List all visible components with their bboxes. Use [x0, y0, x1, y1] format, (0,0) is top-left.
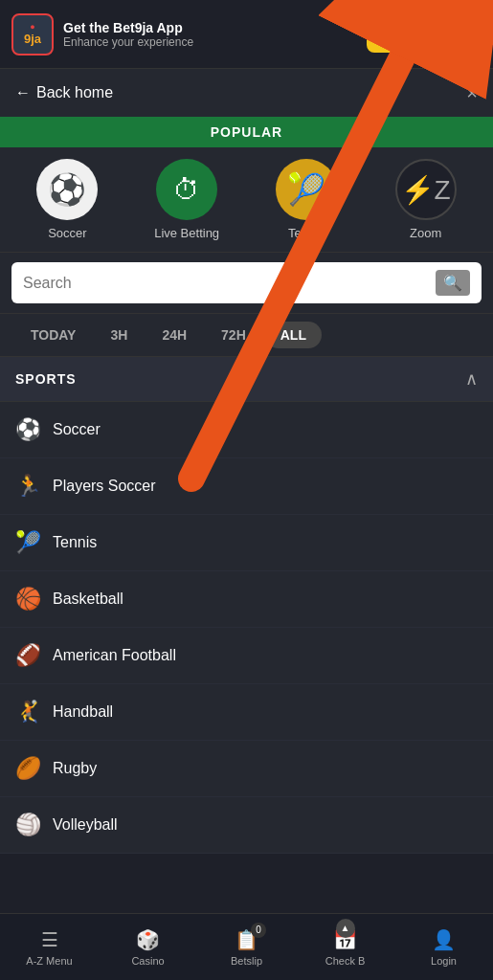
sport-icon-soccer[interactable]: ⚽ Soccer: [29, 159, 105, 240]
download-button[interactable]: Download: [367, 16, 482, 53]
rugby-icon: 🏉: [15, 756, 41, 781]
sport-item-players-soccer[interactable]: 🏃 Players Soccer: [0, 458, 493, 515]
search-container: 🔍: [0, 253, 493, 314]
sport-item-tennis[interactable]: 🎾 Tennis: [0, 515, 493, 571]
nav-casino[interactable]: 🎲 Casino: [99, 928, 197, 967]
sport-item-handball[interactable]: 🤾 Handball: [0, 684, 493, 741]
az-menu-label: A-Z Menu: [26, 955, 72, 967]
american-football-label: American Football: [53, 647, 176, 664]
tennis-label: Tennis: [288, 226, 325, 240]
sport-item-soccer[interactable]: ⚽ Soccer: [0, 402, 493, 458]
bet9ja-logo: ● 9ja: [11, 13, 54, 56]
sport-icon-live-betting[interactable]: ⏱ Live Betting: [148, 159, 225, 240]
login-label: Login: [431, 955, 457, 967]
nav-bar: ← Back home ×: [0, 69, 493, 117]
basketball-icon: 🏀: [15, 587, 41, 612]
sport-item-american-football[interactable]: 🏈 American Football: [0, 628, 493, 684]
zoom-icon: ⚡Z: [395, 159, 457, 220]
az-menu-icon: ☰: [41, 928, 58, 951]
popular-label: POPULAR: [211, 124, 282, 140]
zoom-label: Zoom: [410, 226, 441, 240]
top-banner: ● 9ja Get the Bet9ja App Enhance your ex…: [0, 0, 493, 69]
check-arrow-icon: ▲: [336, 919, 355, 938]
volleyball-icon: 🏐: [15, 813, 41, 837]
check-label: Check B: [325, 955, 366, 967]
banner-text: Get the Bet9ja App Enhance your experien…: [63, 20, 193, 49]
sports-section-header[interactable]: SPORTS ∧: [0, 357, 493, 402]
filter-3h[interactable]: 3H: [95, 322, 143, 348]
sport-item-basketball[interactable]: 🏀 Basketball: [0, 571, 493, 628]
players-soccer-icon: 🏃: [15, 474, 41, 499]
sport-icon-zoom[interactable]: ⚡Z Zoom: [388, 159, 464, 240]
login-icon: 👤: [432, 928, 456, 951]
soccer-list-label: Soccer: [53, 421, 101, 438]
rugby-label: Rugby: [53, 760, 97, 777]
banner-left: ● 9ja Get the Bet9ja App Enhance your ex…: [11, 13, 193, 56]
filter-today[interactable]: TODAY: [15, 322, 91, 348]
filter-24h[interactable]: 24H: [146, 322, 202, 348]
nav-check[interactable]: ▲ 📅 Check B: [296, 928, 394, 967]
close-button[interactable]: ×: [466, 82, 478, 104]
tennis-icon: 🎾: [276, 159, 337, 220]
betslip-count: 0: [251, 923, 266, 938]
banner-title: Get the Bet9ja App: [63, 20, 193, 35]
sports-section-title: SPORTS: [15, 371, 77, 387]
search-box: 🔍: [11, 262, 482, 303]
betslip-label: Betslip: [231, 955, 262, 967]
volleyball-label: Volleyball: [53, 816, 118, 834]
handball-label: Handball: [53, 703, 113, 721]
chevron-up-icon: ∧: [465, 368, 478, 390]
basketball-label: Basketball: [53, 590, 123, 608]
players-soccer-label: Players Soccer: [53, 478, 156, 495]
back-home-link[interactable]: ← Back home: [15, 84, 113, 101]
tennis-list-icon: 🎾: [15, 530, 41, 555]
live-betting-icon: ⏱: [156, 159, 217, 220]
popular-bar: POPULAR: [0, 117, 493, 147]
casino-icon: 🎲: [136, 928, 160, 951]
search-button[interactable]: 🔍: [436, 270, 470, 296]
soccer-list-icon: ⚽: [15, 417, 41, 442]
sport-icon-tennis[interactable]: 🎾 Tennis: [268, 159, 345, 240]
american-football-icon: 🏈: [15, 643, 41, 668]
live-betting-label: Live Betting: [154, 226, 219, 240]
tennis-list-label: Tennis: [53, 534, 97, 551]
sport-item-volleyball[interactable]: 🏐 Volleyball: [0, 797, 493, 854]
back-arrow-icon: ←: [15, 84, 31, 101]
soccer-icon: ⚽: [36, 159, 98, 220]
sport-list: ⚽ Soccer 🏃 Players Soccer 🎾 Tennis 🏀 Bas…: [0, 402, 493, 854]
soccer-label: Soccer: [48, 226, 86, 240]
bottom-nav: ☰ A-Z Menu 🎲 Casino 📋 0 Betslip ▲ 📅 Chec…: [0, 913, 493, 980]
banner-subtitle: Enhance your experience: [63, 35, 193, 49]
search-input[interactable]: [23, 275, 436, 292]
filter-72h[interactable]: 72H: [206, 322, 261, 348]
handball-icon: 🤾: [15, 700, 41, 724]
sport-item-rugby[interactable]: 🏉 Rugby: [0, 741, 493, 797]
sport-icons-row: ⚽ Soccer ⏱ Live Betting 🎾 Tennis ⚡Z Zoom: [0, 147, 493, 253]
casino-label: Casino: [131, 955, 164, 967]
nav-betslip[interactable]: 📋 0 Betslip: [197, 928, 296, 967]
nav-az-menu[interactable]: ☰ A-Z Menu: [0, 928, 99, 967]
time-filters: TODAY 3H 24H 72H ALL: [0, 314, 493, 357]
back-home-label: Back home: [36, 84, 113, 101]
betslip-badge: 📋 0: [235, 928, 258, 951]
filter-all[interactable]: ALL: [265, 322, 322, 348]
nav-login[interactable]: 👤 Login: [394, 928, 493, 967]
